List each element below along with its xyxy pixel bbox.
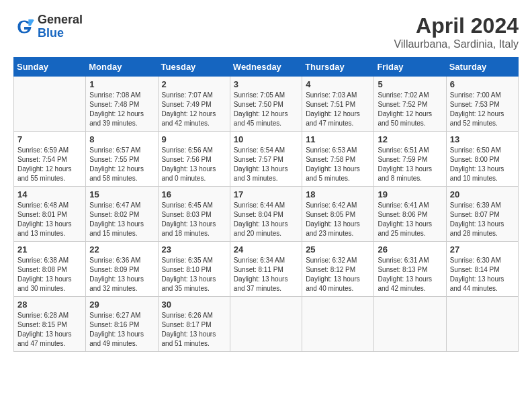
calendar-cell: 11Sunrise: 6:53 AM Sunset: 7:58 PM Dayli… [302,132,374,187]
day-info: Sunrise: 6:57 AM Sunset: 7:55 PM Dayligh… [89,146,154,183]
day-number: 26 [378,244,442,255]
logo: General Blue [13,13,83,40]
calendar-cell: 12Sunrise: 6:51 AM Sunset: 7:59 PM Dayli… [374,132,446,187]
day-number: 15 [89,189,154,199]
day-number: 9 [162,134,226,144]
location: Villaurbana, Sardinia, Italy [394,38,519,50]
calendar-header-row: SundayMondayTuesdayWednesdayThursdayFrid… [14,58,519,77]
day-number: 1 [89,79,154,89]
day-info: Sunrise: 6:47 AM Sunset: 8:02 PM Dayligh… [89,201,154,238]
calendar-header-cell: Friday [374,58,446,77]
calendar-week-row: 28Sunrise: 6:28 AM Sunset: 8:15 PM Dayli… [14,297,519,352]
day-info: Sunrise: 7:00 AM Sunset: 7:53 PM Dayligh… [450,91,515,128]
calendar-cell: 19Sunrise: 6:41 AM Sunset: 8:06 PM Dayli… [374,187,446,242]
month-year: April 2024 [394,13,519,38]
day-number: 8 [89,134,154,144]
day-number: 2 [162,79,226,89]
calendar-cell: 4Sunrise: 7:03 AM Sunset: 7:51 PM Daylig… [302,77,374,132]
day-info: Sunrise: 7:08 AM Sunset: 7:48 PM Dayligh… [89,91,154,128]
day-number: 13 [450,134,515,144]
calendar-cell: 9Sunrise: 6:56 AM Sunset: 7:56 PM Daylig… [158,132,230,187]
calendar-cell [14,77,86,132]
day-info: Sunrise: 6:53 AM Sunset: 7:58 PM Dayligh… [306,146,370,183]
day-number: 10 [234,134,298,144]
calendar-body: 1Sunrise: 7:08 AM Sunset: 7:48 PM Daylig… [14,77,519,352]
calendar-cell: 10Sunrise: 6:54 AM Sunset: 7:57 PM Dayli… [230,132,302,187]
day-number: 22 [89,244,154,255]
day-info: Sunrise: 6:39 AM Sunset: 8:07 PM Dayligh… [450,201,515,238]
calendar-week-row: 21Sunrise: 6:38 AM Sunset: 8:08 PM Dayli… [14,242,519,297]
day-number: 21 [17,244,82,255]
day-number: 25 [306,244,370,255]
calendar-cell: 25Sunrise: 6:32 AM Sunset: 8:12 PM Dayli… [302,242,374,297]
calendar-cell: 26Sunrise: 6:31 AM Sunset: 8:13 PM Dayli… [374,242,446,297]
calendar-cell: 22Sunrise: 6:36 AM Sunset: 8:09 PM Dayli… [86,242,158,297]
calendar-cell [230,297,302,352]
day-info: Sunrise: 6:51 AM Sunset: 7:59 PM Dayligh… [378,146,442,183]
day-number: 16 [162,189,226,199]
day-number: 20 [450,189,515,199]
day-info: Sunrise: 6:26 AM Sunset: 8:17 PM Dayligh… [162,311,226,349]
day-number: 6 [450,79,515,89]
calendar-cell: 2Sunrise: 7:07 AM Sunset: 7:49 PM Daylig… [158,77,230,132]
calendar-cell: 24Sunrise: 6:34 AM Sunset: 8:11 PM Dayli… [230,242,302,297]
day-number: 18 [306,189,370,199]
calendar-cell: 13Sunrise: 6:50 AM Sunset: 8:00 PM Dayli… [446,132,518,187]
day-number: 17 [234,189,298,199]
day-number: 27 [450,244,515,255]
calendar-cell: 28Sunrise: 6:28 AM Sunset: 8:15 PM Dayli… [14,297,86,352]
logo-text: General Blue [38,13,83,40]
calendar-cell: 18Sunrise: 6:42 AM Sunset: 8:05 PM Dayli… [302,187,374,242]
calendar-cell: 30Sunrise: 6:26 AM Sunset: 8:17 PM Dayli… [158,297,230,352]
day-info: Sunrise: 6:32 AM Sunset: 8:12 PM Dayligh… [306,256,370,293]
day-info: Sunrise: 7:07 AM Sunset: 7:49 PM Dayligh… [162,91,226,128]
day-info: Sunrise: 6:42 AM Sunset: 8:05 PM Dayligh… [306,201,370,238]
day-info: Sunrise: 6:56 AM Sunset: 7:56 PM Dayligh… [162,146,226,183]
calendar-header-cell: Thursday [302,58,374,77]
day-info: Sunrise: 6:41 AM Sunset: 8:06 PM Dayligh… [378,201,442,238]
calendar-cell: 17Sunrise: 6:44 AM Sunset: 8:04 PM Dayli… [230,187,302,242]
calendar-week-row: 1Sunrise: 7:08 AM Sunset: 7:48 PM Daylig… [14,77,519,132]
day-number: 12 [378,134,442,144]
header: General Blue April 2024 Villaurbana, Sar… [13,13,519,50]
logo-icon [13,16,35,38]
calendar-cell: 20Sunrise: 6:39 AM Sunset: 8:07 PM Dayli… [446,187,518,242]
day-number: 19 [378,189,442,199]
day-info: Sunrise: 6:30 AM Sunset: 8:14 PM Dayligh… [450,256,515,293]
calendar-cell [302,297,374,352]
day-info: Sunrise: 6:45 AM Sunset: 8:03 PM Dayligh… [162,201,226,238]
day-info: Sunrise: 6:35 AM Sunset: 8:10 PM Dayligh… [162,256,226,293]
calendar-cell: 23Sunrise: 6:35 AM Sunset: 8:10 PM Dayli… [158,242,230,297]
day-number: 14 [17,189,82,199]
calendar-header-cell: Monday [86,58,158,77]
day-info: Sunrise: 6:54 AM Sunset: 7:57 PM Dayligh… [234,146,298,183]
day-number: 24 [234,244,298,255]
calendar-cell: 14Sunrise: 6:48 AM Sunset: 8:01 PM Dayli… [14,187,86,242]
day-number: 7 [17,134,82,144]
day-number: 11 [306,134,370,144]
calendar-cell: 29Sunrise: 6:27 AM Sunset: 8:16 PM Dayli… [86,297,158,352]
day-info: Sunrise: 6:44 AM Sunset: 8:04 PM Dayligh… [234,201,298,238]
day-info: Sunrise: 6:31 AM Sunset: 8:13 PM Dayligh… [378,256,442,293]
day-number: 3 [234,79,298,89]
title-area: April 2024 Villaurbana, Sardinia, Italy [394,13,519,50]
day-info: Sunrise: 6:48 AM Sunset: 8:01 PM Dayligh… [17,201,82,238]
day-info: Sunrise: 6:34 AM Sunset: 8:11 PM Dayligh… [234,256,298,293]
calendar-header-cell: Saturday [446,58,518,77]
calendar-week-row: 7Sunrise: 6:59 AM Sunset: 7:54 PM Daylig… [14,132,519,187]
calendar-cell: 6Sunrise: 7:00 AM Sunset: 7:53 PM Daylig… [446,77,518,132]
calendar-cell [446,297,518,352]
day-info: Sunrise: 6:38 AM Sunset: 8:08 PM Dayligh… [17,256,82,293]
day-info: Sunrise: 7:05 AM Sunset: 7:50 PM Dayligh… [234,91,298,128]
day-info: Sunrise: 6:59 AM Sunset: 7:54 PM Dayligh… [17,146,82,183]
calendar-cell [374,297,446,352]
day-info: Sunrise: 6:36 AM Sunset: 8:09 PM Dayligh… [89,256,154,293]
day-info: Sunrise: 7:03 AM Sunset: 7:51 PM Dayligh… [306,91,370,128]
day-number: 23 [162,244,226,255]
day-number: 29 [89,300,154,310]
calendar-week-row: 14Sunrise: 6:48 AM Sunset: 8:01 PM Dayli… [14,187,519,242]
calendar-cell: 16Sunrise: 6:45 AM Sunset: 8:03 PM Dayli… [158,187,230,242]
day-number: 30 [162,300,226,310]
calendar-cell: 15Sunrise: 6:47 AM Sunset: 8:02 PM Dayli… [86,187,158,242]
calendar-cell: 3Sunrise: 7:05 AM Sunset: 7:50 PM Daylig… [230,77,302,132]
